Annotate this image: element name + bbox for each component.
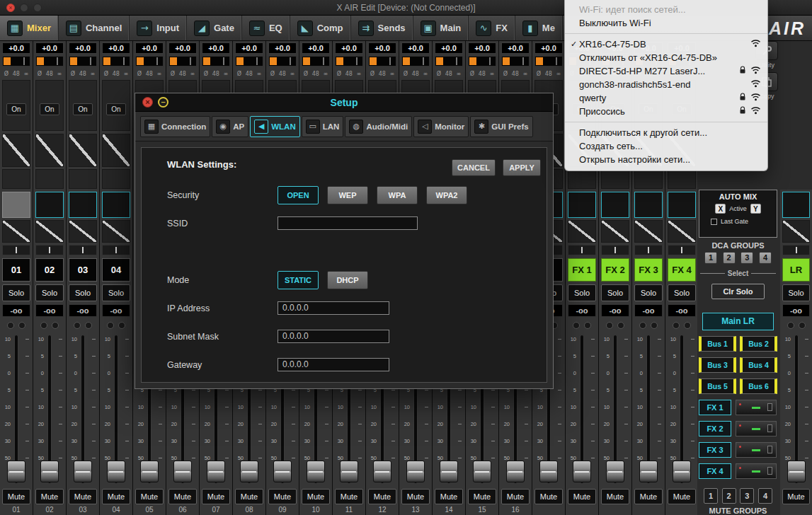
fx-send-button[interactable]: FX 4 <box>699 463 731 479</box>
bus-send-button[interactable]: Bus 3 <box>699 357 736 373</box>
fader[interactable]: 1050510203050 <box>780 333 812 487</box>
mute-button[interactable]: Mute <box>568 489 596 504</box>
fader-knob[interactable] <box>207 461 225 482</box>
mute-button[interactable]: Mute <box>268 489 297 504</box>
tab-fx[interactable]: ∿FX <box>469 16 515 40</box>
solo-button[interactable]: Solo <box>601 284 629 301</box>
bus-send-button[interactable]: Bus 5 <box>699 378 736 394</box>
fx-send-button[interactable]: FX 1 <box>699 400 731 415</box>
fader[interactable]: 1050510203050 <box>33 333 66 487</box>
mute-button[interactable]: Mute <box>368 489 396 504</box>
fader-knob[interactable] <box>173 461 192 482</box>
security-option-wep[interactable]: WEP <box>327 186 368 204</box>
mute-group-button[interactable]: 1 <box>704 488 718 504</box>
dca-group-button[interactable]: 3 <box>740 252 753 264</box>
fx-rack-thumbnail[interactable] <box>736 421 777 436</box>
cancel-button[interactable]: CANCEL <box>452 159 496 176</box>
pan-slider[interactable] <box>668 245 696 255</box>
dca-group-button[interactable]: 1 <box>704 252 717 264</box>
pan-slider[interactable] <box>69 245 97 255</box>
fx-rack-thumbnail[interactable] <box>736 463 777 479</box>
fader-knob[interactable] <box>606 461 624 482</box>
channel-on-button[interactable]: On <box>106 103 126 115</box>
mute-button[interactable]: Mute <box>534 489 563 504</box>
mute-button[interactable]: Mute <box>401 489 430 504</box>
wifi-menu-item[interactable]: Отключить от «XR16-C4-75-DB» <box>565 51 767 64</box>
apply-button[interactable]: APPLY <box>503 159 541 176</box>
wifi-menu-item[interactable]: gonch38-nradishch5s1-end <box>565 78 767 91</box>
solo-button[interactable]: Solo <box>568 284 596 301</box>
channel-label[interactable]: FX 2 <box>601 258 629 282</box>
mode-option-static[interactable]: STATIC <box>278 271 319 289</box>
fader[interactable]: 1050510203050 <box>0 333 33 487</box>
security-option-open[interactable]: OPEN <box>278 186 319 204</box>
tab-input[interactable]: →Input <box>130 16 187 40</box>
fader-knob[interactable] <box>373 461 391 482</box>
setup-tab-audio-midi[interactable]: ◍Audio/Midi <box>345 116 412 137</box>
solo-button[interactable]: Solo <box>69 284 97 301</box>
tab-me[interactable]: ▮Me <box>515 16 563 40</box>
mute-button[interactable]: Mute <box>102 489 130 504</box>
channel-label[interactable]: 03 <box>69 258 97 282</box>
fader-knob[interactable] <box>40 461 59 482</box>
pan-slider[interactable] <box>601 245 629 255</box>
bus-send-button[interactable]: Bus 6 <box>740 378 777 394</box>
fader-knob[interactable] <box>787 461 806 482</box>
channel-on-button[interactable]: On <box>6 103 26 115</box>
setup-tab-monitor[interactable]: ◁Monitor <box>413 116 469 137</box>
tab-mixer[interactable]: ▦Mixer <box>0 16 59 40</box>
security-option-wpa2[interactable]: WPA2 <box>426 186 467 204</box>
solo-button[interactable]: Solo <box>102 284 130 301</box>
dca-group-button[interactable]: 2 <box>723 252 736 264</box>
solo-button[interactable]: Solo <box>782 284 810 301</box>
fader-knob[interactable] <box>473 461 491 482</box>
dca-group-button[interactable]: 4 <box>759 252 772 264</box>
pan-slider[interactable] <box>35 245 64 255</box>
dialog-minimize-button[interactable]: – <box>158 97 168 108</box>
channel-label[interactable]: FX 3 <box>634 258 663 282</box>
tab-gate[interactable]: ◢Gate <box>187 16 242 40</box>
mute-button[interactable]: Mute <box>2 489 30 504</box>
fader-knob[interactable] <box>7 461 25 482</box>
security-option-wpa[interactable]: WPA <box>377 186 418 204</box>
mute-button[interactable]: Mute <box>782 489 810 504</box>
fader-knob[interactable] <box>74 461 92 482</box>
fader[interactable]: 1050510203050 <box>599 333 631 487</box>
wifi-menu-item[interactable]: Открыть настройки сети... <box>565 153 767 166</box>
solo-button[interactable]: Solo <box>2 284 30 301</box>
dialog-close-button[interactable]: × <box>142 97 153 108</box>
channel-label[interactable]: 04 <box>102 258 130 282</box>
fx-rack-thumbnail[interactable] <box>736 400 777 415</box>
fx-rack-thumbnail[interactable] <box>736 442 777 458</box>
wifi-menu-item[interactable]: Подключиться к другой сети... <box>565 126 767 139</box>
fader-knob[interactable] <box>673 461 691 482</box>
main-lr-button[interactable]: Main LR <box>702 313 774 330</box>
pan-slider[interactable] <box>568 245 596 255</box>
wifi-menu-item[interactable]: qwerty <box>565 91 767 105</box>
fader-knob[interactable] <box>307 461 325 482</box>
wifi-menu-item[interactable]: Выключить Wi-Fi <box>565 16 767 30</box>
fader-knob[interactable] <box>573 461 591 482</box>
wifi-menu-item[interactable]: Присосись <box>565 105 767 118</box>
mute-group-button[interactable]: 2 <box>722 488 736 504</box>
channel-label[interactable]: FX 4 <box>668 258 696 282</box>
channel-on-button[interactable]: On <box>73 103 93 115</box>
mute-button[interactable]: Mute <box>468 489 496 504</box>
tab-eq[interactable]: ≈EQ <box>242 16 290 40</box>
mute-button[interactable]: Mute <box>302 489 330 504</box>
channel-label[interactable]: FX 1 <box>568 258 596 282</box>
bus-send-button[interactable]: Bus 2 <box>740 336 777 352</box>
subnet-mask-input[interactable]: 0.0.0.0 <box>278 330 389 343</box>
pan-slider[interactable] <box>2 245 30 255</box>
fx-send-button[interactable]: FX 2 <box>699 421 731 436</box>
fader[interactable]: 1050510203050 <box>566 333 598 487</box>
pan-slider[interactable] <box>782 245 810 255</box>
ssid-input[interactable] <box>278 216 418 230</box>
last-gate-checkbox[interactable] <box>711 219 717 225</box>
bus-send-button[interactable]: Bus 1 <box>699 336 736 352</box>
fader-knob[interactable] <box>340 461 358 482</box>
fader[interactable]: 1050510203050 <box>100 333 132 487</box>
channel-label[interactable]: 02 <box>35 258 64 282</box>
channel-label[interactable]: LR <box>782 258 810 282</box>
solo-button[interactable]: Solo <box>35 284 64 301</box>
